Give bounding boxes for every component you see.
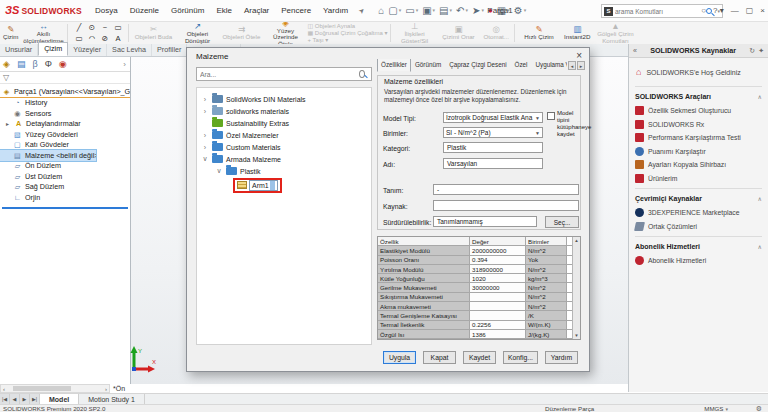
tab-cizim[interactable]: Çizim <box>38 42 68 56</box>
text-tool-icon[interactable]: A <box>115 34 120 43</box>
table-row[interactable]: Yırtılma Modülü 318900000 N/m^2 <box>378 265 580 274</box>
item-partner-solutions[interactable]: Ortak Çözümleri <box>635 220 762 234</box>
table-row[interactable]: Özgül Isı 1386 J/(kg.K) <box>378 330 580 339</box>
material-search-box[interactable] <box>196 67 372 81</box>
property-manager-tab-icon[interactable]: ▤ <box>17 60 26 69</box>
dimxpert-tab-icon[interactable]: Φ <box>45 60 52 69</box>
scroll-down-icon[interactable]: ▼ <box>574 333 578 338</box>
category-field[interactable]: Plastik <box>443 142 543 153</box>
property-value[interactable] <box>470 293 526 301</box>
collapse-arrow-icon[interactable]: › <box>201 132 209 139</box>
tab-model[interactable]: Model <box>40 394 79 404</box>
property-value[interactable]: 0.2256 <box>470 321 526 329</box>
ellipse-tool-icon[interactable]: ⊘ <box>102 34 108 43</box>
tab-unsurlar[interactable]: Unsurlar <box>0 44 38 56</box>
menu-ekle[interactable]: Ekle <box>210 0 238 21</box>
minimize-button[interactable]: — <box>731 0 739 21</box>
menu-araclar[interactable]: Araçlar <box>238 0 275 21</box>
status-gear-icon[interactable]: ⚙ <box>756 405 762 412</box>
item-compare-score[interactable]: Puanımı Karşılaştır <box>635 145 762 159</box>
feature-tree-tab-icon[interactable]: ◈ <box>3 60 10 69</box>
collapse-arrow-icon[interactable]: › <box>201 108 209 115</box>
item-my-products[interactable]: Ürünlerim <box>635 172 762 186</box>
panel-flyout-icon[interactable]: › <box>123 60 126 69</box>
tab-profiller[interactable]: Profiller <box>152 44 187 56</box>
table-row[interactable]: Kütle Yoğunluğu 1020 kg/m^3 <box>378 274 580 283</box>
item-solidworks-rx[interactable]: SOLIDWORKS Rx <box>635 118 762 132</box>
rectangle-tool-icon[interactable]: ▭ <box>75 34 82 43</box>
material-tree-item-armada[interactable]: ∨ Armada Malzeme <box>197 153 371 165</box>
material-tree-item-sustainability[interactable]: Sustainability Extras <box>197 117 371 129</box>
display-manager-tab-icon[interactable]: ◉ <box>59 60 67 69</box>
menu-pencere[interactable]: Pencere <box>275 0 317 21</box>
restore-button[interactable]: ▢ <box>746 0 754 21</box>
model-type-dropdown[interactable]: İzotropik Doğrusal Elastik Ana▼ <box>443 112 543 123</box>
tree-item-part-root[interactable]: ◈ Parça1 (Varsayılan<<Varsayılan>_Gö <box>0 87 130 98</box>
surface-offset-button[interactable]: ◈ Yüzey Üzerinde Ötele <box>263 22 307 44</box>
new-document-button[interactable]: ▢▾ <box>386 0 403 21</box>
collapse-section-icon[interactable]: ∧ <box>758 195 762 202</box>
scroll-up-icon[interactable]: ▲ <box>574 238 578 243</box>
point-tool-icon[interactable]: ▭ <box>114 23 121 32</box>
tree-item-sensors[interactable]: ◉ Sensors <box>0 108 130 119</box>
property-value[interactable]: 0.394 <box>470 256 526 264</box>
tab-scroll-left-icon[interactable]: ◂ <box>568 61 576 70</box>
tree-item-origin[interactable]: ∟ Orjin <box>0 192 130 203</box>
help-dialog-button[interactable]: Yardım <box>545 351 578 364</box>
table-row[interactable]: Sıkıştırma Mukavemeti N/m^2 <box>378 293 580 302</box>
dialog-close-icon[interactable]: × <box>576 50 582 61</box>
tab-ozel[interactable]: Özel <box>511 59 532 72</box>
table-scrollbar[interactable]: ▲ ▼ <box>572 237 580 339</box>
tab-yuzeyler[interactable]: Yüzeyler <box>68 44 107 56</box>
table-row[interactable]: Termal İletkenlik 0.2256 W/(m.K) <box>378 321 580 330</box>
scrollbar-thumb[interactable] <box>13 386 71 391</box>
table-row[interactable]: Termal Genişleme Katsayısı /K <box>378 311 580 320</box>
collapse-section-icon[interactable]: ∧ <box>758 243 762 250</box>
select-button[interactable]: Seç... <box>545 216 579 228</box>
sustainability-field[interactable]: Tanımlanmamış <box>433 216 537 227</box>
tab-gorunum[interactable]: Görünüm <box>411 59 445 72</box>
close-dialog-button[interactable]: Kapat <box>423 351 456 364</box>
convert-entities-button[interactable]: ↗ Objeleri Dönüştür <box>175 22 219 44</box>
apply-button[interactable]: Uygula <box>383 351 416 364</box>
material-tree-item-custom[interactable]: › Custom Materials <box>197 141 371 153</box>
arm1-rename-field[interactable]: Arm1 <box>249 180 278 191</box>
item-copy-settings-wizard[interactable]: Ayarları Kopyala Sihirbazı <box>635 158 762 172</box>
next-tab-icon[interactable]: ▶ <box>20 394 30 404</box>
spline-tool-icon[interactable]: ~ <box>103 23 107 32</box>
tab-scroll-right-icon[interactable]: ▸ <box>577 61 585 70</box>
menu-duzenle[interactable]: Düzenle <box>124 0 165 21</box>
tab-uygulama-verisi[interactable]: Uygulama Verisi <box>532 59 567 72</box>
material-tree-item-ozel[interactable]: › Özel Malzemeler <box>197 129 371 141</box>
rollback-bar[interactable] <box>2 207 128 209</box>
menu-gorunum[interactable]: Görünüm <box>165 0 210 21</box>
item-subscription-services[interactable]: Abonelik Hizmetleri <box>635 254 762 268</box>
property-value[interactable] <box>470 302 526 310</box>
section-header[interactable]: Çevrimiçi Kaynaklar ∧ <box>635 195 762 202</box>
units-dropdown[interactable]: SI - N/m^2 (Pa)▼ <box>443 127 543 138</box>
material-tree-item-sw-materials[interactable]: › solidworks materials <box>197 105 371 117</box>
table-row[interactable]: Poisson Oranı 0.394 Yok <box>378 256 580 265</box>
instant2d-button[interactable]: ▥ Instant2D <box>561 22 593 44</box>
home-button[interactable]: ⌂ <box>376 0 386 21</box>
description-field[interactable]: - <box>433 184 579 195</box>
tree-item-top-plane[interactable]: ▱ Üst Düzlem <box>0 171 130 182</box>
collapse-pane-icon[interactable]: « <box>633 47 637 54</box>
menu-yardim[interactable]: Yardım <box>317 0 354 21</box>
expand-arrow-icon[interactable]: ∨ <box>215 167 223 175</box>
rapid-sketch-button[interactable]: ✎ Hızlı Çizim <box>517 22 561 44</box>
close-button[interactable]: × <box>760 0 765 21</box>
print-button[interactable]: ▤▾ <box>437 0 454 21</box>
tab-ozellikler[interactable]: Özellikler <box>377 59 411 72</box>
open-button[interactable]: ▭▾ <box>403 0 420 21</box>
user-account-icon[interactable]: ○ <box>701 0 706 21</box>
prev-tab-icon[interactable]: ◀ <box>10 394 20 404</box>
config-button[interactable]: Konfig... <box>503 351 538 364</box>
save-material-button[interactable]: Kaydet <box>463 351 496 364</box>
tree-item-solid-bodies[interactable]: ▢ Katı Gövdeler <box>0 140 130 151</box>
table-row[interactable]: Akma mukavemeti N/m^2 <box>378 302 580 311</box>
table-row[interactable]: Elastikiyet Modülü 2000000000 N/m^2 <box>378 246 580 255</box>
property-value[interactable]: 1020 <box>470 274 526 282</box>
line-tool-icon[interactable]: ╱ <box>77 23 82 32</box>
expand-arrow-icon[interactable]: ∨ <box>201 155 209 163</box>
